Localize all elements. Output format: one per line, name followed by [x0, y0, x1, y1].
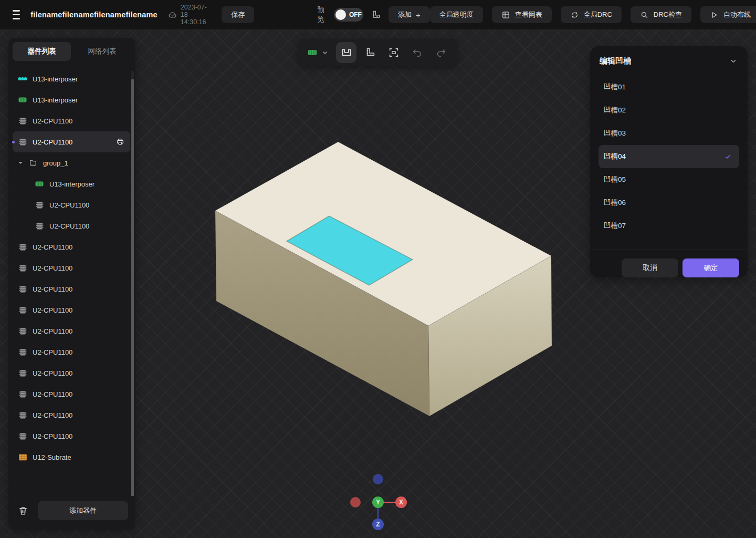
cancel-button[interactable]: 取消 — [622, 258, 678, 277]
tree-item[interactable]: U2-CPU1100 — [13, 236, 130, 257]
tree-item[interactable]: U2-CPU1100 — [13, 320, 130, 342]
magnifier-icon — [640, 10, 649, 19]
global-transparency-label: 全局透明度 — [439, 10, 474, 19]
axis-x-label: X — [399, 499, 403, 506]
auto-route-label: 自动布线 — [723, 10, 751, 19]
add-button-label: 添加 — [398, 10, 412, 19]
delete-component-button[interactable] — [16, 503, 30, 518]
undo-button[interactable] — [407, 42, 428, 63]
tree-item[interactable]: U2-CPU1100 — [13, 363, 130, 384]
tree-item-label: U2-CPU1100 — [49, 201, 89, 209]
chip-icon — [18, 368, 27, 378]
view-toolbar — [298, 39, 458, 66]
tree-item[interactable]: U2-CPU1100 — [13, 405, 130, 426]
tree-item-label: U2-CPU1100 — [33, 327, 72, 335]
groove-item-label: 凹槽05 — [604, 175, 626, 184]
global-drc-button[interactable]: 全局DRC — [561, 6, 622, 23]
groove-item[interactable]: 凹槽04 — [598, 145, 739, 168]
layer-selector-dropdown[interactable] — [304, 46, 333, 59]
redo-button[interactable] — [431, 42, 452, 63]
tree-item[interactable]: U12-Subrate — [13, 447, 130, 468]
selected-indicator-dot — [12, 141, 15, 143]
chip-icon — [18, 116, 27, 126]
edit-groove-panel: 编辑凹槽 凹槽01凹槽02凹槽03凹槽04凹槽05凹槽06凹槽07 取消 确定 — [590, 46, 748, 277]
fit-view-button[interactable] — [383, 42, 404, 63]
panel-title: 编辑凹槽 — [600, 56, 631, 66]
groove-item[interactable]: 凹槽07 — [598, 214, 739, 237]
printer-button[interactable] — [116, 137, 125, 147]
groove-item[interactable]: 凹槽05 — [598, 168, 739, 191]
groove-tool-button[interactable] — [336, 42, 356, 63]
tree-item[interactable]: U2-CPU1100 — [13, 194, 130, 215]
tree-item-label: U2-CPU1100 — [33, 138, 72, 146]
chip-icon — [18, 242, 27, 252]
auto-route-button[interactable]: 自动布线 — [700, 6, 756, 23]
groove-item-label: 凹槽06 — [604, 198, 626, 208]
tree-item[interactable]: U2-CPU1100 — [13, 426, 130, 447]
view-netlist-button[interactable]: 查看网表 — [492, 6, 552, 23]
tree-item[interactable]: U13-interposer — [13, 173, 130, 194]
cloud-icon — [168, 10, 177, 19]
groove-item[interactable]: 凹槽03 — [598, 122, 739, 145]
global-transparency-button[interactable]: 全局透明度 — [430, 6, 483, 23]
tree-item-label: U12-Subrate — [33, 453, 71, 461]
sidebar-scrollbar-thumb[interactable] — [131, 79, 134, 496]
add-button[interactable]: 添加 + — [388, 6, 430, 23]
global-drc-label: 全局DRC — [584, 10, 612, 19]
sidebar-scrollbar[interactable] — [131, 70, 134, 496]
view-netlist-label: 查看网表 — [515, 10, 542, 19]
green-chip-icon — [18, 95, 27, 105]
groove-list: 凹槽01凹槽02凹槽03凹槽04凹槽05凹槽06凹槽07 — [590, 76, 748, 250]
save-button[interactable]: 保存 — [222, 6, 254, 23]
tree-item[interactable]: U13-interposer — [13, 68, 130, 89]
tree-item[interactable]: U2-CPU1100 — [13, 384, 130, 405]
panel-header: 编辑凹槽 — [590, 46, 748, 76]
tree-item[interactable]: U13-interposer — [13, 89, 130, 110]
caret-down-icon[interactable] — [18, 160, 23, 165]
toggle-knob-icon — [335, 9, 346, 20]
groove-item[interactable]: 凹槽02 — [598, 99, 739, 122]
chip-icon — [18, 410, 27, 420]
confirm-button[interactable]: 确定 — [682, 258, 739, 277]
tree-item-label: U2-CPU1100 — [33, 285, 72, 293]
panel-collapse-chevron-icon[interactable] — [730, 57, 737, 65]
top-bar: filenamefilenamefilenamefilename 2023-07… — [0, 0, 756, 29]
groove-item[interactable]: 凹槽01 — [598, 76, 739, 99]
tree-item-label: U2-CPU1100 — [33, 369, 72, 377]
tree-item[interactable]: U2-CPU1100 — [13, 278, 130, 299]
measure-ruler-icon[interactable] — [371, 9, 381, 20]
tab-component-list[interactable]: 器件列表 — [13, 42, 71, 61]
play-icon — [710, 10, 719, 19]
tree-item-label: U2-CPU1100 — [49, 222, 89, 230]
tree-item[interactable]: U2-CPU1100 — [13, 131, 130, 152]
drc-check-button[interactable]: DRC检查 — [631, 6, 691, 23]
chip-icon — [35, 200, 44, 210]
groove-item-label: 凹槽04 — [604, 152, 626, 161]
tree-item[interactable]: U2-CPU1100 — [13, 299, 130, 320]
menu-icon[interactable] — [13, 8, 20, 21]
component-body-3d[interactable] — [215, 142, 552, 416]
tree-item[interactable]: U2-CPU1100 — [13, 215, 130, 236]
groove-item[interactable]: 凹槽06 — [598, 191, 739, 214]
drc-check-label: DRC检查 — [654, 10, 682, 19]
ruler-tool-button[interactable] — [360, 42, 380, 63]
chevron-down-icon — [320, 48, 330, 57]
tree-item[interactable]: U2-CPU1100 — [13, 257, 130, 278]
check-icon — [724, 153, 732, 160]
tab-net-list[interactable]: 网络列表 — [73, 42, 131, 61]
green-chip-icon — [308, 48, 317, 57]
chip-icon — [18, 137, 27, 147]
groove-item-label: 凹槽07 — [604, 221, 626, 231]
tree-item[interactable]: U2-CPU1100 — [13, 110, 130, 131]
autosave-timestamp: 2023-07-18 14:30:16 — [181, 4, 212, 26]
axis-gizmo[interactable]: X Y Z — [350, 474, 407, 530]
document-title: filenamefilenamefilenamefilename — [30, 11, 158, 19]
tree-item[interactable]: group_1 — [13, 152, 130, 173]
preview-label: 预览 — [317, 5, 327, 24]
add-component-button[interactable]: 添加器件 — [38, 501, 128, 520]
preview-toggle[interactable]: OFF — [334, 8, 363, 22]
chip-icon — [18, 347, 27, 357]
axis-neg-z-handle — [373, 474, 383, 484]
tree-item[interactable]: U2-CPU1100 — [13, 342, 130, 363]
preview-toggle-state: OFF — [349, 11, 362, 18]
